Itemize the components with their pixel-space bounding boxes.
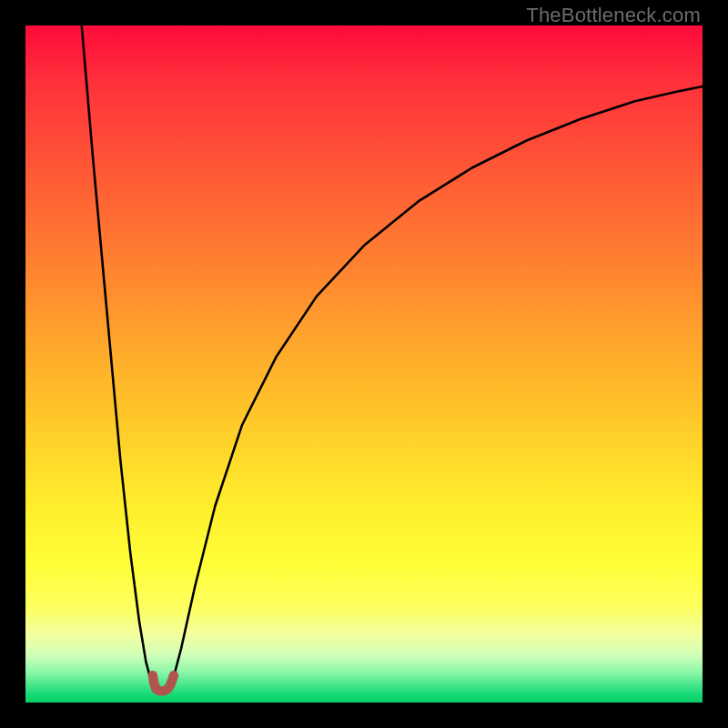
chart-frame: TheBottleneck.com <box>0 0 728 728</box>
curve-left-branch <box>82 25 155 687</box>
curve-layer <box>25 25 703 703</box>
valley-marker <box>153 675 174 691</box>
curve-right-branch <box>171 86 703 687</box>
watermark-text: TheBottleneck.com <box>526 4 701 27</box>
plot-area <box>25 25 703 703</box>
